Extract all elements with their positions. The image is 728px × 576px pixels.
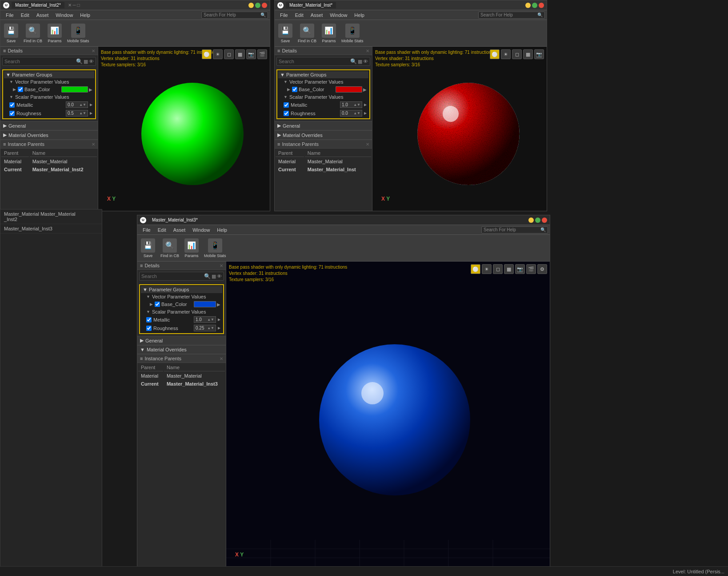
menu-help-win2[interactable]: Help (351, 12, 368, 19)
vp-persp-btn-win2[interactable]: ◻ (512, 49, 522, 59)
save-button-win2[interactable]: 💾 Save (278, 24, 292, 43)
material-overrides-win3[interactable]: ▼ Material Overrides (137, 345, 226, 354)
param-groups-header-win2[interactable]: ▼ Parameter Groups (278, 71, 368, 78)
metallic-spin-win2[interactable]: ▲▼ (353, 103, 360, 107)
metallic-value-win3[interactable]: 1.0 ▲▼ (194, 316, 216, 323)
menu-file-win1[interactable]: File (2, 12, 17, 19)
vp-persp-btn-win3[interactable]: ◻ (493, 264, 503, 274)
metallic-expand-win3[interactable]: ▶ (218, 318, 220, 322)
vp-lit-btn-win1[interactable]: ☀ (213, 49, 223, 59)
vp-lit-btn-win2[interactable]: ☀ (501, 49, 511, 59)
general-section-win2[interactable]: ▶ General (275, 121, 372, 130)
search-for-help-win3[interactable]: Search For Help 🔍 (481, 226, 548, 234)
find-in-cb-button-win3[interactable]: 🔍 Find in CB (160, 238, 179, 258)
ip-header-win3[interactable]: ≡ Instance Parents ✕ (137, 354, 226, 363)
win-controls-win3[interactable] (528, 218, 547, 223)
search-bar-win2[interactable]: 🔍 ▦ 👁 (276, 57, 370, 66)
roughness-checkbox-win3[interactable] (146, 326, 152, 331)
minimize-win2[interactable] (525, 3, 531, 8)
base-color-checkbox-win2[interactable] (292, 87, 297, 92)
vp-sphere-btn-win3[interactable]: ⚪ (471, 264, 480, 274)
roughness-expand-win1[interactable]: ▶ (90, 111, 92, 115)
metallic-checkbox-win1[interactable] (9, 102, 15, 108)
win-controls-win1[interactable] (248, 3, 267, 8)
search-btn-win2[interactable]: 🔍 (350, 58, 357, 64)
mobile-stats-button-win1[interactable]: 📱 Mobile Stats (67, 24, 89, 43)
minimize-win1[interactable] (248, 3, 254, 8)
roughness-spin-win1[interactable]: ▲▼ (79, 111, 86, 115)
menu-file-win2[interactable]: File (276, 12, 292, 19)
menu-help-win1[interactable]: Help (76, 12, 94, 19)
roughness-value-win3[interactable]: 0.25 ▲▼ (194, 325, 216, 331)
roughness-value-win2[interactable]: 0.0 ▲▼ (340, 110, 362, 117)
base-color-expand-win2[interactable]: ▶ (363, 87, 367, 92)
search-for-help-win2[interactable]: Search For Help 🔍 (478, 12, 545, 19)
list-view-btn-win2[interactable]: ▦ (358, 59, 362, 64)
ip-close-win1[interactable]: ✕ (92, 142, 95, 147)
eye-btn-win3[interactable]: 👁 (217, 274, 222, 279)
search-input-win1[interactable] (4, 59, 76, 64)
base-color-swatch-win1[interactable] (61, 86, 88, 93)
scalar-param-header-win1[interactable]: ▼ Scalar Parameter Values (4, 93, 94, 101)
maximize-win1[interactable] (255, 3, 260, 8)
search-btn-win1[interactable]: 🔍 (76, 58, 83, 64)
tab-win2[interactable]: Master_Material_Inst* (286, 2, 336, 8)
metallic-expand-win1[interactable]: ▶ (90, 103, 92, 107)
details-header-win3[interactable]: ≡ Details ✕ (137, 262, 226, 270)
bg-item-inst3[interactable]: Master_Material_Inst3 (0, 224, 102, 234)
params-button-win3[interactable]: 📊 Params (184, 238, 199, 258)
ip-header-win1[interactable]: ≡ Instance Parents ✕ (0, 140, 98, 149)
vp-persp-btn-win1[interactable]: ◻ (224, 49, 234, 59)
vector-param-header-win3[interactable]: ▼ Vector Parameter Values (141, 293, 222, 300)
metallic-value-win1[interactable]: 0.0 ▲▼ (66, 101, 88, 108)
list-view-btn-win3[interactable]: ▦ (212, 274, 216, 279)
vp-cam-btn-win1[interactable]: 📷 (246, 49, 256, 59)
vp-cam-btn-win2[interactable]: 📷 (534, 49, 544, 59)
menu-window-win3[interactable]: Window (189, 226, 213, 234)
menu-edit-win1[interactable]: Edit (17, 12, 33, 19)
menu-window-win2[interactable]: Window (326, 12, 351, 19)
menu-file-win3[interactable]: File (139, 226, 154, 234)
vp-grid-btn-win1[interactable]: ▦ (235, 49, 245, 59)
vp-cam-btn-win3[interactable]: 📷 (515, 264, 525, 274)
vp-grid-btn-win2[interactable]: ▦ (523, 49, 533, 59)
base-color-checkbox-win1[interactable] (18, 87, 23, 92)
roughness-expand-win3[interactable]: ▶ (218, 326, 220, 330)
close-win3[interactable] (542, 218, 547, 223)
close-win1[interactable] (262, 3, 267, 8)
menu-edit-win3[interactable]: Edit (154, 226, 170, 234)
find-in-cb-button-win1[interactable]: 🔍 Find in CB (24, 24, 42, 43)
mobile-stats-button-win2[interactable]: 📱 Mobile Stats (341, 24, 364, 43)
vp-extra-btn-win3[interactable]: ⚙ (537, 264, 547, 274)
material-overrides-win1[interactable]: ▶ Material Overrides (0, 130, 98, 140)
base-color-checkbox-win3[interactable] (155, 302, 160, 307)
search-input-win3[interactable] (141, 274, 204, 279)
viewport-win3[interactable]: Base pass shader with only dynamic light… (226, 262, 550, 576)
scalar-param-header-win2[interactable]: ▼ Scalar Parameter Values (278, 93, 368, 101)
metallic-value-win2[interactable]: 1.0 ▲▼ (340, 101, 362, 108)
maximize-win3[interactable] (535, 218, 540, 223)
params-button-win1[interactable]: 📊 Params (48, 24, 62, 43)
ip-header-win2[interactable]: ≡ Instance Parents ✕ (275, 140, 372, 149)
roughness-checkbox-win1[interactable] (9, 111, 15, 116)
details-header-win1[interactable]: ≡ Details ✕ (0, 47, 98, 55)
details-header-win2[interactable]: ≡ Details ✕ (275, 47, 372, 55)
search-for-help-win1[interactable]: Search For Help 🔍 (201, 12, 268, 19)
eye-btn-win2[interactable]: 👁 (363, 59, 368, 64)
metallic-checkbox-win2[interactable] (284, 102, 289, 108)
base-color-swatch-win3[interactable] (194, 301, 216, 307)
menu-asset-win1[interactable]: Asset (33, 12, 52, 19)
save-button-win3[interactable]: 💾 Save (141, 238, 155, 258)
eye-btn-win1[interactable]: 👁 (89, 59, 94, 64)
vp-render-btn-win1[interactable]: 🎬 (257, 49, 267, 59)
vp-render-btn-win3[interactable]: 🎬 (526, 264, 536, 274)
base-color-row-win2[interactable]: ▶ Base_Color ▶ (278, 85, 368, 93)
menu-asset-win3[interactable]: Asset (170, 226, 189, 234)
base-color-expand-win3[interactable]: ▶ (217, 302, 220, 307)
roughness-spin-win3[interactable]: ▲▼ (207, 326, 214, 330)
close-win2[interactable] (539, 3, 544, 8)
menu-edit-win2[interactable]: Edit (292, 12, 307, 19)
search-bar-win1[interactable]: 🔍 ▦ 👁 (2, 57, 96, 66)
vector-param-header-win1[interactable]: ▼ Vector Parameter Values (4, 78, 94, 85)
base-color-row-win3[interactable]: ▶ Base_Color ▶ (141, 300, 222, 308)
